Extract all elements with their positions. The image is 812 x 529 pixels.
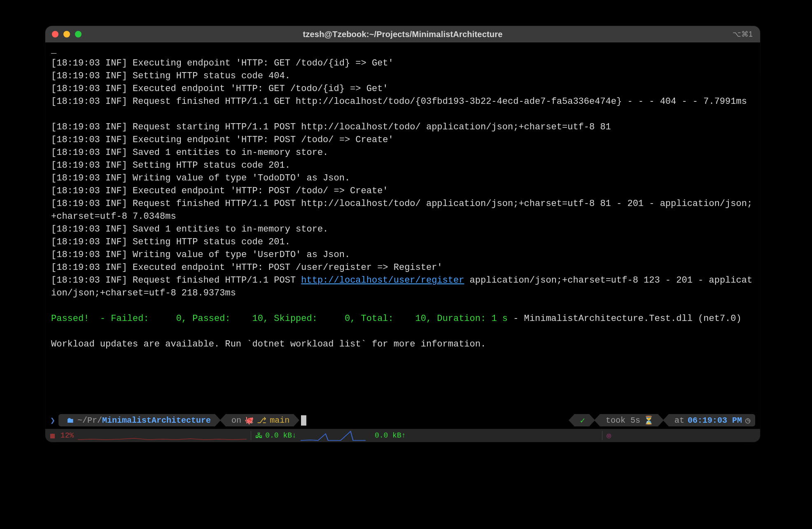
segment-path: 🖿 ~/Pr/MinimalistArchitecture	[58, 414, 215, 426]
cursor-block	[301, 415, 306, 426]
log-line: [18:19:03 INF] Request starting HTTP/1.1…	[51, 121, 754, 133]
cpu-percent: 12%	[61, 431, 74, 440]
net-down-sparkline	[301, 430, 371, 441]
log-line: [18:19:03 INF] Saved 1 entities to in-me…	[51, 146, 754, 159]
log-line: [18:19:03 INF] Executing endpoint 'HTTP:…	[51, 133, 754, 146]
cpu-icon: ▦	[50, 431, 55, 440]
url-link[interactable]: http://localhost/user/register	[301, 275, 464, 286]
clock-icon: ◷	[745, 415, 750, 426]
segment-time: at 06:19:03 PM ◷	[669, 414, 755, 426]
segment-status: ✓	[574, 414, 589, 426]
log-line: [18:19:03 INF] Executed endpoint 'HTTP: …	[51, 82, 754, 95]
titlebar: tzesh@Tzebook:~/Projects/MinimalistArchi…	[45, 26, 760, 42]
clock-time: 06:19:03 PM	[688, 416, 742, 425]
path-highlight: MinimalistArchitecture	[102, 416, 211, 425]
log-line: Workload updates are available. Run `dot…	[51, 338, 754, 351]
log-line: [18:19:03 INF] Executing endpoint 'HTTP:…	[51, 57, 754, 70]
result-details: - Failed: 0, Passed: 10, Skipped: 0, Tot…	[89, 314, 508, 324]
status-bar: ▦ 12% 🖧 0.0 kB↓ 0.0 kB↑ ◎	[45, 429, 760, 442]
git-branch: main	[270, 416, 289, 425]
path-prefix: ~/Pr/	[77, 416, 102, 425]
took-label: took 5s	[606, 416, 640, 425]
test-result-line: Passed! - Failed: 0, Passed: 10, Skipped…	[51, 312, 754, 325]
zoom-icon[interactable]	[75, 31, 82, 37]
terminal-output[interactable]: _[18:19:03 INF] Executing endpoint 'HTTP…	[45, 42, 760, 413]
log-line: _	[51, 44, 754, 57]
github-icon: 🐙	[245, 416, 254, 425]
close-icon[interactable]	[52, 31, 58, 37]
log-line: [18:19:03 INF] Request finished HTTP/1.1…	[51, 95, 754, 108]
prompt-arrow-icon: ❯	[50, 415, 56, 426]
terminal-window: tzesh@Tzebook:~/Projects/MinimalistArchi…	[45, 26, 760, 442]
on-label: on	[231, 416, 241, 425]
net-up-segment: 0.0 kB↑	[375, 431, 406, 440]
log-line: [18:19:03 INF] Request finished HTTP/1.1…	[51, 274, 754, 300]
segment-git: on 🐙 ⎇ main	[226, 414, 294, 426]
log-line: [18:19:03 INF] Request finished HTTP/1.1…	[51, 197, 754, 223]
log-line: [18:19:03 INF] Writing value of type 'Us…	[51, 248, 754, 261]
net-down: 0.0 kB↓	[265, 431, 296, 440]
net-up: 0.0 kB↑	[375, 431, 406, 440]
log-line: [18:19:03 INF] Setting HTTP status code …	[51, 159, 754, 172]
folder-icon: 🖿	[67, 416, 74, 425]
log-line: [18:19:03 INF] Setting HTTP status code …	[51, 70, 754, 82]
net-down-segment: 🖧 0.0 kB↓	[255, 431, 296, 440]
log-line: [18:19:03 INF] Executed endpoint 'HTTP: …	[51, 261, 754, 274]
record-icon: ◎	[607, 431, 611, 440]
prompt-row[interactable]: ❯ 🖿 ~/Pr/MinimalistArchitecture on 🐙 ⎇ m…	[45, 413, 760, 429]
window-title: tzesh@Tzebook:~/Projects/MinimalistArchi…	[303, 30, 502, 39]
minimize-icon[interactable]	[63, 31, 70, 37]
result-tail: - MinimalistArchitecture.Test.dll (net7.…	[508, 314, 742, 324]
traffic-lights	[52, 31, 82, 37]
hourglass-icon: ⏳	[644, 415, 654, 426]
log-line: [18:19:03 INF] Writing value of type 'To…	[51, 172, 754, 185]
at-label: at	[674, 416, 684, 425]
log-line: [18:19:03 INF] Setting HTTP status code …	[51, 236, 754, 248]
net-down-icon: 🖧	[255, 431, 263, 440]
git-branch-icon: ⎇	[257, 415, 266, 426]
log-line: [18:19:03 INF] Executed endpoint 'HTTP: …	[51, 185, 754, 197]
cpu-sparkline	[78, 430, 247, 441]
segment-duration: took 5s ⏳	[600, 414, 658, 426]
check-icon: ✓	[580, 415, 585, 426]
window-shortcut: ⌥⌘1	[733, 30, 753, 39]
passed-label: Passed!	[51, 314, 89, 324]
log-line: [18:19:03 INF] Saved 1 entities to in-me…	[51, 223, 754, 236]
